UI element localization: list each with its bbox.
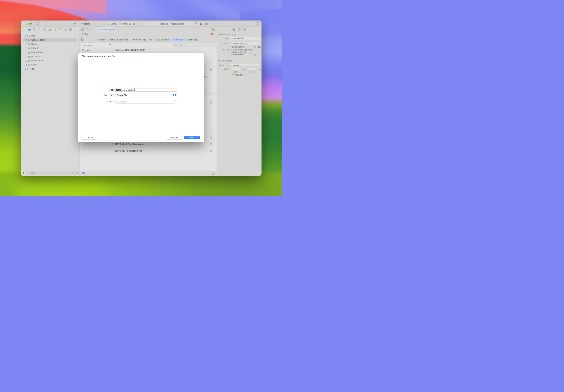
svg-text:?: ? <box>244 28 245 30</box>
